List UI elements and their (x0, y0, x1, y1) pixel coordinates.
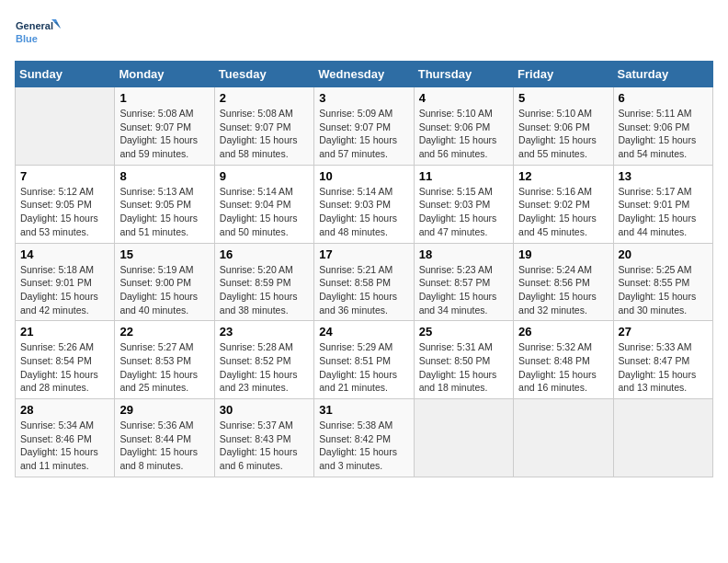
calendar-cell: 7Sunrise: 5:12 AM Sunset: 9:05 PM Daylig… (16, 165, 115, 243)
day-info: Sunrise: 5:38 AM Sunset: 8:42 PM Dayligh… (319, 419, 408, 473)
calendar-cell: 21Sunrise: 5:26 AM Sunset: 8:54 PM Dayli… (16, 321, 115, 399)
day-info: Sunrise: 5:34 AM Sunset: 8:46 PM Dayligh… (20, 419, 109, 473)
day-number: 5 (518, 91, 608, 105)
day-info: Sunrise: 5:11 AM Sunset: 9:06 PM Dayligh… (619, 107, 708, 161)
calendar-cell: 16Sunrise: 5:20 AM Sunset: 8:59 PM Dayli… (214, 243, 313, 321)
day-info: Sunrise: 5:25 AM Sunset: 8:55 PM Dayligh… (619, 263, 708, 317)
calendar-cell: 20Sunrise: 5:25 AM Sunset: 8:55 PM Dayli… (613, 243, 712, 321)
day-info: Sunrise: 5:18 AM Sunset: 9:01 PM Dayligh… (20, 263, 109, 317)
day-number: 14 (20, 247, 109, 261)
day-number: 13 (619, 169, 708, 183)
day-number: 11 (419, 169, 508, 183)
calendar-header-row: SundayMondayTuesdayWednesdayThursdayFrid… (16, 62, 713, 87)
day-number: 20 (619, 247, 708, 261)
day-number: 22 (119, 325, 209, 339)
day-number: 19 (518, 247, 608, 261)
calendar-cell: 17Sunrise: 5:21 AM Sunset: 8:58 PM Dayli… (314, 243, 414, 321)
calendar-table: SundayMondayTuesdayWednesdayThursdayFrid… (15, 61, 713, 477)
day-info: Sunrise: 5:09 AM Sunset: 9:07 PM Dayligh… (319, 107, 408, 161)
day-info: Sunrise: 5:13 AM Sunset: 9:05 PM Dayligh… (119, 185, 209, 239)
day-info: Sunrise: 5:14 AM Sunset: 9:03 PM Dayligh… (319, 185, 408, 239)
day-info: Sunrise: 5:16 AM Sunset: 9:02 PM Dayligh… (518, 185, 608, 239)
day-number: 27 (619, 325, 708, 339)
calendar-cell: 22Sunrise: 5:27 AM Sunset: 8:53 PM Dayli… (115, 321, 214, 399)
calendar-cell: 3Sunrise: 5:09 AM Sunset: 9:07 PM Daylig… (314, 87, 414, 166)
day-info: Sunrise: 5:10 AM Sunset: 9:06 PM Dayligh… (518, 107, 608, 161)
day-info: Sunrise: 5:21 AM Sunset: 8:58 PM Dayligh… (319, 263, 408, 317)
day-number: 31 (319, 403, 408, 417)
day-info: Sunrise: 5:26 AM Sunset: 8:54 PM Dayligh… (20, 340, 109, 395)
day-info: Sunrise: 5:15 AM Sunset: 9:03 PM Dayligh… (419, 185, 508, 239)
day-info: Sunrise: 5:12 AM Sunset: 9:05 PM Dayligh… (20, 185, 109, 239)
calendar-cell: 6Sunrise: 5:11 AM Sunset: 9:06 PM Daylig… (613, 87, 712, 166)
header-day-friday: Friday (514, 62, 613, 87)
svg-marker-3 (54, 22, 61, 29)
day-info: Sunrise: 5:32 AM Sunset: 8:48 PM Dayligh… (518, 340, 608, 395)
header-day-wednesday: Wednesday (314, 62, 414, 87)
svg-text:General: General (16, 20, 53, 31)
calendar-cell: 29Sunrise: 5:36 AM Sunset: 8:44 PM Dayli… (115, 399, 214, 477)
calendar-cell: 2Sunrise: 5:08 AM Sunset: 9:07 PM Daylig… (214, 87, 313, 166)
day-number: 12 (518, 169, 608, 183)
calendar-week-row: 28Sunrise: 5:34 AM Sunset: 8:46 PM Dayli… (16, 399, 713, 477)
logo-svg: General Blue (15, 15, 61, 53)
day-number: 21 (20, 325, 109, 339)
calendar-cell: 18Sunrise: 5:23 AM Sunset: 8:57 PM Dayli… (414, 243, 513, 321)
day-number: 15 (119, 247, 209, 261)
calendar-cell (514, 399, 613, 477)
svg-text:Blue: Blue (16, 33, 38, 44)
calendar-cell: 10Sunrise: 5:14 AM Sunset: 9:03 PM Dayli… (314, 165, 414, 243)
calendar-cell: 15Sunrise: 5:19 AM Sunset: 9:00 PM Dayli… (115, 243, 214, 321)
day-number: 16 (220, 247, 309, 261)
calendar-cell: 4Sunrise: 5:10 AM Sunset: 9:06 PM Daylig… (414, 87, 513, 166)
day-number: 29 (119, 403, 209, 417)
day-number: 23 (220, 325, 309, 339)
calendar-week-row: 21Sunrise: 5:26 AM Sunset: 8:54 PM Dayli… (16, 321, 713, 399)
calendar-cell: 24Sunrise: 5:29 AM Sunset: 8:51 PM Dayli… (314, 321, 414, 399)
calendar-cell: 11Sunrise: 5:15 AM Sunset: 9:03 PM Dayli… (414, 165, 513, 243)
calendar-cell (613, 399, 712, 477)
header-day-monday: Monday (115, 62, 214, 87)
calendar-cell: 14Sunrise: 5:18 AM Sunset: 9:01 PM Dayli… (16, 243, 115, 321)
calendar-cell: 30Sunrise: 5:37 AM Sunset: 8:43 PM Dayli… (214, 399, 313, 477)
day-number: 28 (20, 403, 109, 417)
calendar-cell: 23Sunrise: 5:28 AM Sunset: 8:52 PM Dayli… (214, 321, 313, 399)
day-number: 30 (220, 403, 309, 417)
day-number: 18 (419, 247, 508, 261)
day-info: Sunrise: 5:10 AM Sunset: 9:06 PM Dayligh… (419, 107, 508, 161)
day-number: 3 (319, 91, 408, 105)
day-info: Sunrise: 5:36 AM Sunset: 8:44 PM Dayligh… (119, 419, 209, 473)
day-info: Sunrise: 5:14 AM Sunset: 9:04 PM Dayligh… (220, 185, 309, 239)
header-day-thursday: Thursday (414, 62, 513, 87)
logo: General Blue (15, 15, 61, 53)
calendar-cell (414, 399, 513, 477)
day-info: Sunrise: 5:37 AM Sunset: 8:43 PM Dayligh… (220, 419, 309, 473)
calendar-cell: 19Sunrise: 5:24 AM Sunset: 8:56 PM Dayli… (514, 243, 613, 321)
day-number: 1 (119, 91, 209, 105)
calendar-cell: 25Sunrise: 5:31 AM Sunset: 8:50 PM Dayli… (414, 321, 513, 399)
calendar-week-row: 1Sunrise: 5:08 AM Sunset: 9:07 PM Daylig… (16, 87, 713, 166)
calendar-cell: 5Sunrise: 5:10 AM Sunset: 9:06 PM Daylig… (514, 87, 613, 166)
day-info: Sunrise: 5:23 AM Sunset: 8:57 PM Dayligh… (419, 263, 508, 317)
calendar-cell: 9Sunrise: 5:14 AM Sunset: 9:04 PM Daylig… (214, 165, 313, 243)
day-info: Sunrise: 5:17 AM Sunset: 9:01 PM Dayligh… (619, 185, 708, 239)
day-info: Sunrise: 5:31 AM Sunset: 8:50 PM Dayligh… (419, 340, 508, 395)
day-number: 9 (220, 169, 309, 183)
day-info: Sunrise: 5:27 AM Sunset: 8:53 PM Dayligh… (119, 340, 209, 395)
day-info: Sunrise: 5:29 AM Sunset: 8:51 PM Dayligh… (319, 340, 408, 395)
day-number: 26 (518, 325, 608, 339)
calendar-cell: 28Sunrise: 5:34 AM Sunset: 8:46 PM Dayli… (16, 399, 115, 477)
calendar-cell: 13Sunrise: 5:17 AM Sunset: 9:01 PM Dayli… (613, 165, 712, 243)
day-info: Sunrise: 5:28 AM Sunset: 8:52 PM Dayligh… (220, 340, 309, 395)
calendar-cell: 26Sunrise: 5:32 AM Sunset: 8:48 PM Dayli… (514, 321, 613, 399)
header-day-sunday: Sunday (16, 62, 115, 87)
day-info: Sunrise: 5:08 AM Sunset: 9:07 PM Dayligh… (119, 107, 209, 161)
day-number: 4 (419, 91, 508, 105)
calendar-week-row: 7Sunrise: 5:12 AM Sunset: 9:05 PM Daylig… (16, 165, 713, 243)
day-info: Sunrise: 5:08 AM Sunset: 9:07 PM Dayligh… (220, 107, 309, 161)
calendar-cell: 1Sunrise: 5:08 AM Sunset: 9:07 PM Daylig… (115, 87, 214, 166)
header-day-tuesday: Tuesday (214, 62, 313, 87)
day-number: 7 (20, 169, 109, 183)
calendar-cell: 12Sunrise: 5:16 AM Sunset: 9:02 PM Dayli… (514, 165, 613, 243)
header-day-saturday: Saturday (613, 62, 712, 87)
